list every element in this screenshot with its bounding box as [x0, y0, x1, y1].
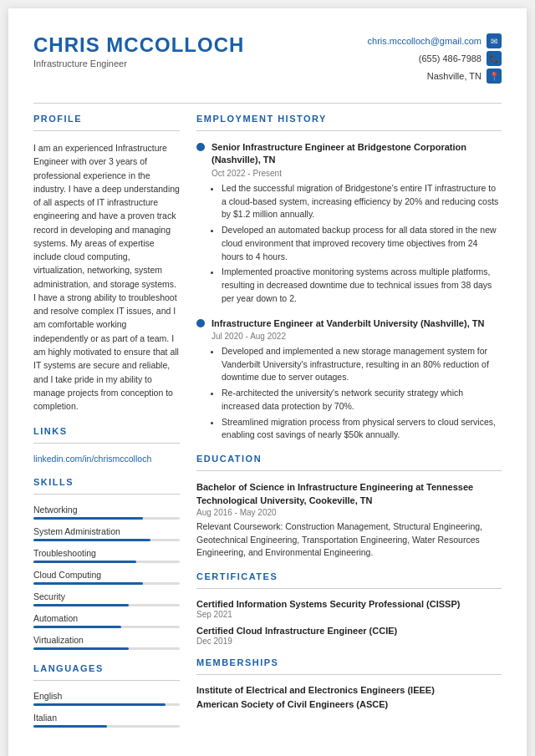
resume-page: CHRIS MCCOLLOCH Infrastructure Engineer …: [8, 8, 527, 756]
certificates-section: CERTIFICATES Certified Information Syste…: [196, 571, 502, 646]
cert-date: Sep 2021: [196, 610, 502, 619]
languages-section: LANGUAGES English Italian: [33, 663, 180, 728]
members-list: Institute of Electrical and Electronics …: [196, 685, 502, 709]
language-label: Italian: [33, 713, 180, 723]
phone-row: (655) 486-7988 📞: [368, 51, 502, 66]
skill-bar-bg: [33, 604, 180, 606]
job-bullets: Developed and implemented a new storage …: [211, 345, 502, 442]
left-column: PROFILE I am an experienced Infrastructu…: [33, 114, 180, 734]
certs-list: Certified Information Systems Security P…: [196, 599, 502, 646]
skill-label: Virtualization: [33, 635, 180, 645]
skill-label: Troubleshooting: [33, 548, 180, 558]
job-title: Senior Infrastructure Engineer at Bridge…: [211, 141, 502, 167]
linkedin-link[interactable]: linkedin.com/in/chrismccolloch: [33, 454, 151, 464]
job-date: Jul 2020 - Aug 2022: [211, 332, 502, 341]
header-right: chris.mccolloch@gmail.com ✉ (655) 486-79…: [368, 33, 502, 86]
job-item: Infrastructure Engineer at Vanderbilt Un…: [196, 317, 502, 443]
email-icon: ✉: [487, 33, 502, 48]
employment-section: EMPLOYMENT HISTORY Senior Infrastructure…: [196, 114, 502, 442]
bullet-item: Re-architected the university's network …: [222, 387, 502, 414]
header-divider: [33, 103, 502, 104]
skill-bar-bg: [33, 517, 180, 520]
language-item: Italian: [33, 713, 180, 728]
email-link[interactable]: chris.mccolloch@gmail.com: [368, 36, 482, 46]
memberships-divider: [196, 674, 502, 675]
skills-heading: SKILLS: [33, 477, 180, 487]
certificates-heading: CERTIFICATES: [196, 571, 502, 581]
phone-icon: 📞: [487, 51, 502, 66]
skill-bar-fill: [33, 517, 143, 520]
edu-date: Aug 2016 - May 2020: [196, 508, 502, 517]
edu-degree: Bachelor of Science in Infrastructure En…: [196, 481, 502, 507]
language-bar-bg: [33, 703, 180, 706]
location-icon: 📍: [487, 68, 502, 84]
bullet-item: Developed and implemented a new storage …: [222, 345, 502, 384]
cert-name: Certified Cloud Infrastructure Engineer …: [196, 626, 502, 636]
job-bullets: Led the successful migration of Bridgest…: [211, 182, 502, 306]
location-text: Nashville, TN: [427, 71, 482, 81]
profile-text: I am an experienced Infrastructure Engin…: [33, 141, 180, 413]
education-section: EDUCATION Bachelor of Science in Infrast…: [196, 454, 502, 560]
bullet-item: Developed an automated backup process fo…: [222, 224, 502, 263]
education-divider: [196, 470, 502, 471]
memberships-section: MEMBERSHIPS Institute of Electrical and …: [196, 657, 502, 709]
job-date: Oct 2022 - Present: [211, 169, 502, 178]
employment-divider: [196, 130, 502, 131]
location-row: Nashville, TN 📍: [368, 68, 502, 84]
employment-heading: EMPLOYMENT HISTORY: [196, 114, 502, 124]
memberships-heading: MEMBERSHIPS: [196, 657, 502, 667]
languages-divider: [33, 680, 180, 681]
language-item: English: [33, 691, 180, 706]
skill-label: System Administration: [33, 526, 180, 536]
skill-label: Automation: [33, 613, 180, 623]
bullet-item: Streamlined migration process from physi…: [222, 416, 502, 443]
bullet-item: Implemented proactive monitoring systems…: [222, 266, 502, 305]
two-col-layout: PROFILE I am an experienced Infrastructu…: [33, 114, 502, 734]
header: CHRIS MCCOLLOCH Infrastructure Engineer …: [33, 33, 502, 86]
links-divider: [33, 443, 180, 444]
job-header: Infrastructure Engineer at Vanderbilt Un…: [196, 317, 502, 330]
job-dot: [196, 143, 205, 151]
profile-divider: [33, 130, 180, 131]
skill-bar-fill: [33, 539, 150, 541]
skill-bar-fill: [33, 647, 129, 650]
skill-bar-bg: [33, 626, 180, 628]
email-row: chris.mccolloch@gmail.com ✉: [368, 33, 502, 48]
links-section: LINKS linkedin.com/in/chrismccolloch: [33, 426, 180, 464]
skill-bar-bg: [33, 561, 180, 563]
skill-item: Networking: [33, 505, 180, 520]
links-heading: LINKS: [33, 426, 180, 436]
skills-divider: [33, 494, 180, 495]
job-item: Senior Infrastructure Engineer at Bridge…: [196, 141, 502, 306]
jobs-list: Senior Infrastructure Engineer at Bridge…: [196, 141, 502, 442]
cert-name: Certified Information Systems Security P…: [196, 599, 502, 609]
skill-item: Automation: [33, 613, 180, 628]
languages-list: English Italian: [33, 691, 180, 728]
certificates-divider: [196, 588, 502, 589]
job-title: Infrastructure Engineer at Vanderbilt Un…: [211, 317, 484, 330]
skill-bar-fill: [33, 582, 143, 585]
languages-heading: LANGUAGES: [33, 663, 180, 673]
skill-item: Virtualization: [33, 635, 180, 650]
skill-bar-fill: [33, 626, 121, 628]
skill-item: System Administration: [33, 526, 180, 541]
skill-item: Security: [33, 591, 180, 606]
skill-bar-bg: [33, 647, 180, 650]
header-left: CHRIS MCCOLLOCH Infrastructure Engineer: [33, 33, 244, 68]
cert-date: Dec 2019: [196, 637, 502, 646]
cert-item: Certified Information Systems Security P…: [196, 599, 502, 619]
profile-heading: PROFILE: [33, 114, 180, 124]
language-bar-bg: [33, 725, 180, 728]
candidate-title: Infrastructure Engineer: [33, 58, 244, 68]
right-column: EMPLOYMENT HISTORY Senior Infrastructure…: [196, 114, 502, 734]
phone-text: (655) 486-7988: [419, 53, 482, 63]
skill-item: Cloud Computing: [33, 570, 180, 585]
language-bar-fill: [33, 725, 107, 728]
skill-label: Networking: [33, 505, 180, 515]
bullet-item: Led the successful migration of Bridgest…: [222, 182, 502, 221]
skill-label: Security: [33, 591, 180, 601]
skill-bar-bg: [33, 539, 180, 541]
skill-item: Troubleshooting: [33, 548, 180, 563]
member-item: Institute of Electrical and Electronics …: [196, 685, 502, 695]
skills-list: Networking System Administration Trouble…: [33, 505, 180, 650]
